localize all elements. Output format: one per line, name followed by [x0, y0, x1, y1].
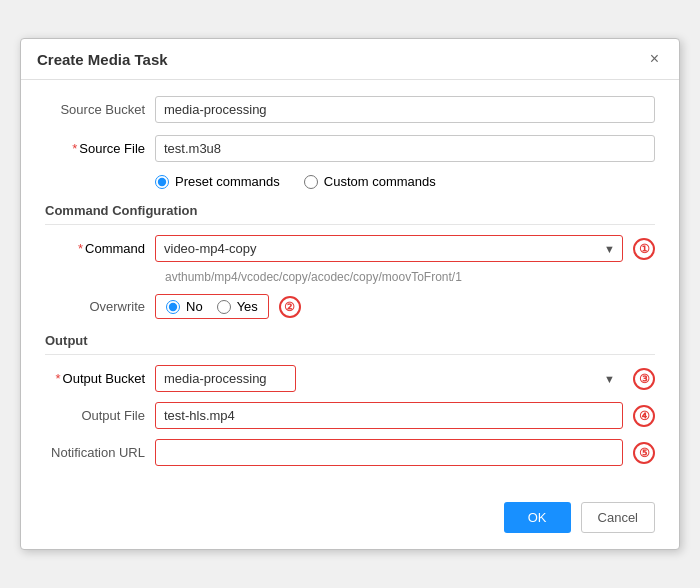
create-media-task-dialog: Create Media Task × Source Bucket * Sour… — [20, 38, 680, 550]
output-bucket-select-wrapper: media-processing ▼ — [155, 365, 623, 392]
notification-url-row: Notification URL ⑤ — [45, 439, 655, 466]
overwrite-field-label: Overwrite — [45, 299, 155, 314]
output-bucket-select[interactable]: media-processing — [155, 365, 296, 392]
overwrite-yes-option[interactable]: Yes — [217, 299, 258, 314]
output-bucket-arrow-icon: ▼ — [604, 373, 615, 385]
command-select-wrapper: video-mp4-copy video-hls audio-mp3 ▼ — [155, 235, 623, 262]
output-file-input[interactable] — [155, 402, 623, 429]
overwrite-no-label: No — [186, 299, 203, 314]
ok-button[interactable]: OK — [504, 502, 571, 533]
output-bucket-label-wrap: * Output Bucket — [45, 371, 155, 386]
command-label: Command — [85, 241, 145, 256]
overwrite-yes-radio[interactable] — [217, 300, 231, 314]
source-bucket-row: Source Bucket — [45, 96, 655, 123]
command-type-group: Preset commands Custom commands — [155, 174, 436, 189]
cancel-button[interactable]: Cancel — [581, 502, 655, 533]
command-required-star: * — [78, 241, 83, 256]
source-file-label-wrap: * Source File — [45, 141, 155, 156]
output-bucket-row: * Output Bucket media-processing ▼ ③ — [45, 365, 655, 392]
output-bucket-label: Output Bucket — [63, 371, 145, 386]
custom-commands-option[interactable]: Custom commands — [304, 174, 436, 189]
overwrite-box: No Yes — [155, 294, 269, 319]
source-file-label: Source File — [79, 141, 145, 156]
dialog-title: Create Media Task — [37, 51, 168, 68]
badge-2: ② — [279, 296, 301, 318]
preset-commands-radio[interactable] — [155, 175, 169, 189]
dialog-body: Source Bucket * Source File Preset comma… — [21, 80, 679, 492]
notification-url-label: Notification URL — [45, 445, 155, 460]
command-row: * Command video-mp4-copy video-hls audio… — [45, 235, 655, 262]
command-select[interactable]: video-mp4-copy video-hls audio-mp3 — [155, 235, 623, 262]
close-button[interactable]: × — [646, 49, 663, 69]
badge-4: ④ — [633, 405, 655, 427]
source-file-row: * Source File — [45, 135, 655, 162]
preset-commands-label: Preset commands — [175, 174, 280, 189]
custom-commands-radio[interactable] — [304, 175, 318, 189]
dialog-header: Create Media Task × — [21, 39, 679, 80]
output-required-star: * — [56, 371, 61, 386]
badge-5: ⑤ — [633, 442, 655, 464]
source-bucket-input[interactable] — [155, 96, 655, 123]
overwrite-row: Overwrite No Yes ② — [45, 294, 655, 319]
custom-commands-label: Custom commands — [324, 174, 436, 189]
dialog-footer: OK Cancel — [21, 492, 679, 533]
preset-commands-option[interactable]: Preset commands — [155, 174, 280, 189]
notification-url-input[interactable] — [155, 439, 623, 466]
output-file-row: Output File ④ — [45, 402, 655, 429]
source-bucket-label: Source Bucket — [45, 102, 155, 117]
command-type-row: Preset commands Custom commands — [155, 174, 655, 189]
output-file-label: Output File — [45, 408, 155, 423]
required-star: * — [72, 141, 77, 156]
source-file-input[interactable] — [155, 135, 655, 162]
output-section-header: Output — [45, 333, 655, 355]
command-hint: avthumb/mp4/vcodec/copy/acodec/copy/moov… — [165, 270, 655, 284]
overwrite-no-radio[interactable] — [166, 300, 180, 314]
command-label-wrap: * Command — [45, 241, 155, 256]
badge-3: ③ — [633, 368, 655, 390]
badge-1: ① — [633, 238, 655, 260]
command-config-section-header: Command Configuration — [45, 203, 655, 225]
overwrite-no-option[interactable]: No — [166, 299, 203, 314]
overwrite-yes-label: Yes — [237, 299, 258, 314]
